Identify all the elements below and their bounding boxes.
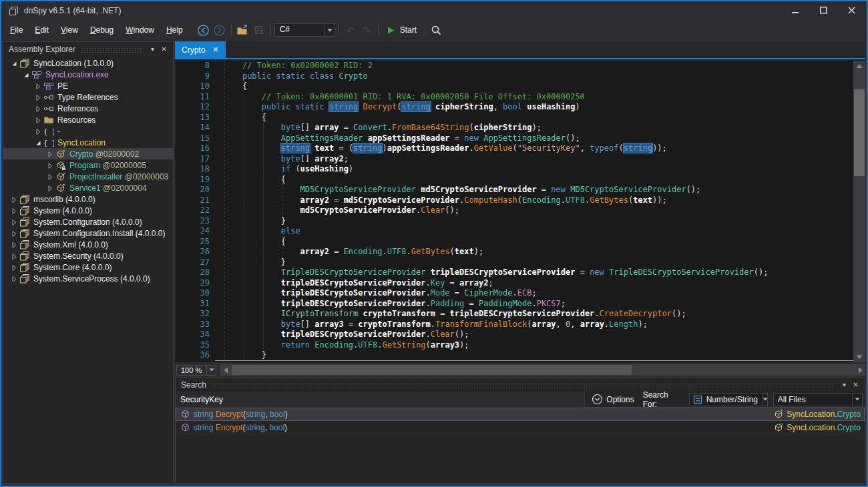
search-type-dropdown[interactable]: Number/String: [689, 393, 768, 406]
menu-view[interactable]: View: [55, 23, 84, 37]
expander-closed-icon[interactable]: [45, 151, 55, 157]
tree-item-references[interactable]: References: [3, 103, 173, 114]
tree-item-synclocation[interactable]: { }SyncLocation: [3, 137, 173, 148]
navigate-forward-button[interactable]: [212, 22, 228, 38]
code-line[interactable]: 16 string text = (string)appSettingsRead…: [175, 143, 853, 154]
tree-item-resources[interactable]: Resources: [3, 114, 173, 125]
code-line[interactable]: 11 // Token: 0x06000001 RID: 1 RVA: 0x00…: [175, 92, 853, 103]
language-combobox[interactable]: C#: [274, 23, 335, 37]
open-file-button[interactable]: [235, 22, 251, 38]
search-result-row[interactable]: string Encrypt(string, bool)SyncLocation…: [176, 421, 865, 434]
vertical-scrollbar[interactable]: [853, 61, 865, 362]
menu-file[interactable]: File: [4, 23, 29, 37]
code-line[interactable]: 12 public static string Decrypt(string c…: [175, 102, 853, 113]
code-line[interactable]: 34 tripleDESCryptoServiceProvider.Clear(…: [175, 330, 853, 340]
search-type-caret[interactable]: [762, 394, 768, 406]
code-line[interactable]: 14 byte[] array = Convert.FromBase64Stri…: [175, 123, 853, 133]
code-line[interactable]: 20 MD5CryptoServiceProvider md5CryptoSer…: [175, 185, 853, 195]
tree-item-pe[interactable]: PE: [3, 80, 173, 91]
code-line[interactable]: 21 array2 = md5CryptoServiceProvider.Com…: [175, 195, 853, 206]
scroll-left-button[interactable]: [220, 364, 231, 376]
search-assemblies-button[interactable]: [429, 22, 445, 38]
expander-closed-icon[interactable]: [45, 162, 55, 169]
expander-closed-icon[interactable]: [45, 185, 55, 191]
menu-window[interactable]: Window: [120, 23, 160, 37]
search-menu-button[interactable]: ▾: [839, 380, 850, 390]
code-line[interactable]: 9 public static class Crypto: [175, 71, 853, 82]
expander-open-icon[interactable]: [9, 60, 19, 67]
search-input[interactable]: [176, 392, 585, 408]
expander-closed-icon[interactable]: [9, 196, 19, 203]
tab-crypto[interactable]: Crypto ✕: [175, 41, 226, 58]
code-line[interactable]: 31 tripleDESCryptoServiceProvider.Paddin…: [175, 299, 853, 310]
expander-closed-icon[interactable]: [33, 105, 43, 112]
code-line[interactable]: 13 {: [175, 113, 853, 123]
tree-item-type-references[interactable]: Type References: [3, 91, 173, 103]
tree-item-system-configuration-4-0-0-0[interactable]: System.Configuration (4.0.0.0): [3, 216, 173, 227]
expander-closed-icon[interactable]: [33, 83, 43, 89]
language-caret[interactable]: [324, 24, 335, 36]
navigate-back-button[interactable]: [196, 22, 212, 38]
code-line[interactable]: 30 tripleDESCryptoServiceProvider.Mode =…: [175, 288, 853, 299]
scroll-right-button[interactable]: [855, 364, 865, 376]
expander-closed-icon[interactable]: [9, 276, 19, 282]
tree-item-system-xml-4-0-0-0[interactable]: System.Xml (4.0.0.0): [3, 239, 173, 250]
code-line[interactable]: 18 if (useHashing): [175, 164, 853, 175]
code-line[interactable]: 27 }: [175, 258, 853, 268]
scroll-down-button[interactable]: [853, 352, 865, 362]
tree-item-system-configuration-install-4-0-0-0[interactable]: System.Configuration.Install (4.0.0.0): [3, 227, 173, 239]
minimize-button[interactable]: [781, 1, 809, 19]
tree-item-synclocation-1-0-0-0[interactable]: SyncLocation (1.0.0.0): [3, 57, 173, 69]
tree-item-service1[interactable]: Service1 @02000004: [3, 182, 173, 193]
zoom-combobox[interactable]: 100 %: [176, 365, 216, 376]
code-line[interactable]: 29 tripleDESCryptoServiceProvider.Key = …: [175, 278, 853, 289]
code-line[interactable]: 33 byte[] array3 = cryptoTransform.Trans…: [175, 320, 853, 330]
expander-closed-icon[interactable]: [9, 253, 19, 260]
horizontal-scrollbar[interactable]: [220, 364, 865, 376]
tree-item-system-4-0-0-0[interactable]: System (4.0.0.0): [3, 205, 173, 216]
vertical-scroll-thumb[interactable]: [854, 89, 865, 176]
options-button[interactable]: Options: [592, 394, 634, 405]
code-line[interactable]: 26 array2 = Encoding.UTF8.GetBytes(text)…: [175, 247, 853, 258]
panel-close-button[interactable]: ✕: [158, 44, 170, 55]
scroll-up-button[interactable]: [853, 61, 865, 71]
expander-closed-icon[interactable]: [45, 173, 55, 180]
menu-edit[interactable]: Edit: [29, 23, 55, 37]
zoom-caret[interactable]: [206, 366, 216, 375]
tree-item-system-core-4-0-0-0[interactable]: System.Core (4.0.0.0): [3, 262, 173, 273]
code-line[interactable]: 25 {: [175, 237, 853, 248]
code-line[interactable]: 10 {: [175, 81, 853, 92]
close-button[interactable]: [837, 1, 865, 19]
tree-item-[interactable]: { }-: [3, 125, 173, 137]
menu-help[interactable]: Help: [160, 23, 189, 37]
expander-closed-icon[interactable]: [33, 128, 43, 135]
tab-close-icon[interactable]: ✕: [212, 45, 218, 54]
expander-closed-icon[interactable]: [9, 230, 19, 237]
file-filter-caret[interactable]: [852, 394, 862, 406]
code-line[interactable]: 15 AppSettingsReader appSettingsReader =…: [175, 133, 853, 144]
save-button[interactable]: [251, 22, 267, 38]
code-line[interactable]: 19 {: [175, 175, 853, 185]
code-line[interactable]: 37: [175, 361, 853, 363]
expander-open-icon[interactable]: [33, 139, 43, 146]
expander-closed-icon[interactable]: [33, 117, 43, 123]
code-line[interactable]: 36 }: [175, 350, 853, 361]
expander-closed-icon[interactable]: [9, 219, 19, 225]
tree-item-projectinstaller[interactable]: ProjectInstaller @02000003: [3, 171, 173, 182]
expander-closed-icon[interactable]: [9, 264, 19, 271]
tree-item-synclocation-exe[interactable]: SyncLocation.exe: [3, 69, 173, 80]
expander-closed-icon[interactable]: [9, 207, 19, 214]
undo-button[interactable]: ↶: [343, 22, 359, 38]
redo-button[interactable]: ↷: [359, 22, 375, 38]
expander-open-icon[interactable]: [21, 71, 31, 78]
code-line[interactable]: 23 }: [175, 216, 853, 227]
code-line[interactable]: 32 ICryptoTransform cryptoTransform = tr…: [175, 309, 853, 320]
tree-item-crypto[interactable]: Crypto @02000002: [3, 148, 173, 159]
menu-debug[interactable]: Debug: [84, 23, 120, 37]
file-filter-dropdown[interactable]: All Files: [773, 393, 863, 406]
search-close-button[interactable]: ✕: [850, 380, 861, 390]
code-line[interactable]: 35 return Encoding.UTF8.GetString(array3…: [175, 340, 853, 351]
code-line[interactable]: 24 else: [175, 226, 853, 237]
tree-item-system-security-4-0-0-0[interactable]: System.Security (4.0.0.0): [3, 250, 173, 262]
panel-menu-button[interactable]: ▾: [147, 44, 158, 55]
